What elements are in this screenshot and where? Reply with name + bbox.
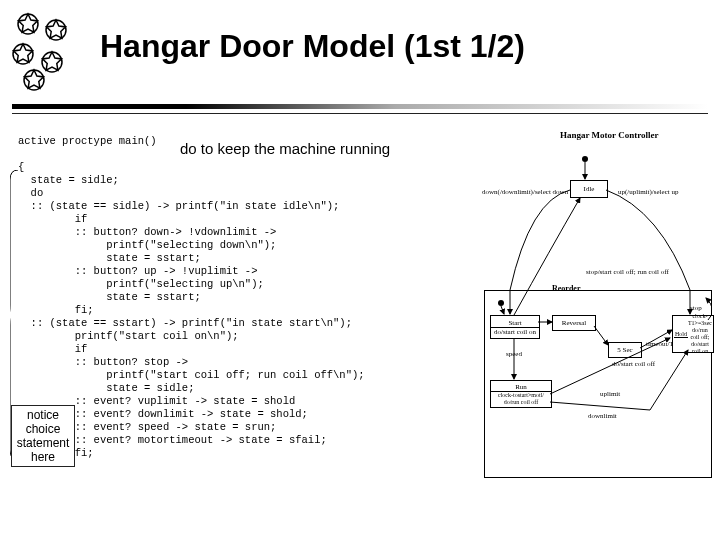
svg-line-16 [550,338,670,394]
logo [8,12,88,96]
svg-line-11 [501,306,504,314]
svg-line-13 [594,326,608,345]
diagram-title: Hangar Motor Controller [560,130,659,140]
diagram-arrows [490,150,712,480]
slide-title: Hangar Door Model (1st 1/2) [100,28,525,65]
statechart-diagram: Idle down(/downlimit)/select down up(/up… [490,150,712,480]
notice-callout: notice choice statement here [11,405,75,467]
divider [12,104,708,114]
